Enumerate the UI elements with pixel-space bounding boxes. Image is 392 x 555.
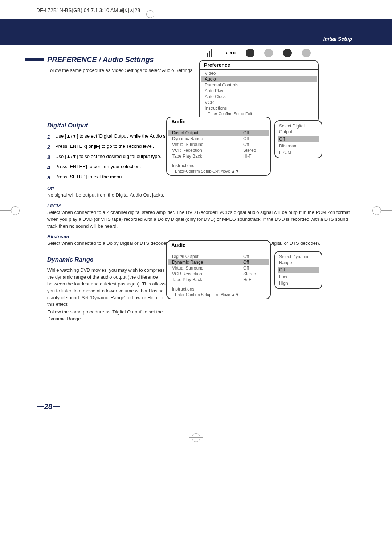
registration-mark-top [144, 0, 155, 22]
menu-item-audio: Audio [201, 76, 317, 82]
side-title: Select Digital Output [276, 123, 320, 135]
icon-strip: ● REC [199, 48, 319, 58]
audio2-row-vcr: VCR ReceptionStereo [168, 271, 269, 277]
dynamic-body-1: While watching DVD movies, you may wish … [47, 267, 167, 308]
step-num: 3 [47, 153, 55, 161]
menu-footer-1: Enter-Confirm Setup-Exit [201, 111, 317, 116]
opt-lpcm: LPCM [276, 149, 320, 156]
audio-menu-2: Audio Digital OutputOff Dynamic RangeOff… [166, 240, 271, 299]
opt2-off: Off [278, 267, 319, 273]
audio2-instr: Instructions [168, 286, 269, 292]
menu-item-autoplay: Auto Play [201, 88, 317, 94]
step-text: Press [ENTER] to confirm your selection. [55, 163, 141, 171]
rec-icon: ● REC [226, 51, 236, 55]
step-text: Use [▲/▼] to select the desired digital … [55, 153, 161, 161]
lpcm-body: Select when connected to a 2 channel dig… [47, 209, 356, 230]
opt2-high: High [276, 280, 320, 287]
bars-icon [207, 49, 216, 57]
step-text: Press [ENTER] or [▶] to go to the second… [55, 143, 154, 151]
audio-footer: Enter-Confirm Setup-Exit Move ▲▼ [168, 169, 269, 174]
audio-row-virtual: Virtual SurroundOff [168, 142, 269, 147]
step-num: 1 [47, 133, 55, 141]
cycle-icon [302, 49, 311, 57]
page-header: DF-L72B1N-BS(GB) 04.7.1 3:10 AM 페이지28 [0, 0, 392, 14]
side-title-2: Select Dynamic Range [276, 254, 320, 266]
breadcrumb: Initial Setup [323, 36, 352, 42]
globe-icon [246, 49, 254, 57]
step-num: 2 [47, 143, 55, 151]
audio2-row-dynamic: Dynamic RangeOff [168, 259, 269, 265]
step-num: 5 [47, 174, 55, 181]
off-body: No signal will be output from the Digita… [47, 192, 356, 199]
menu-item-parental: Parental Controls [201, 82, 317, 88]
audio-menu-1: Audio Digital OutputOff Dynamic RangeOff… [166, 117, 271, 176]
dynamic-range-options: Select Dynamic Range Off Low High [274, 251, 322, 289]
digital-output-options: Select Digital Output Off Bitstream LPCM [274, 120, 322, 158]
dynamic-body-2: Follow the same procedure as 'Digital Ou… [47, 309, 167, 323]
bitstream-heading: Bitstream [47, 234, 356, 239]
registration-mark-bottom [189, 430, 203, 445]
audio-row-dynamic: Dynamic RangeOff [168, 136, 269, 142]
audio-menu-title: Audio [167, 117, 270, 126]
audio2-row-digital: Digital OutputOff [168, 254, 269, 259]
preference-menu: Preference Video Audio Parental Controls… [199, 60, 319, 123]
disc-icon [283, 49, 292, 57]
clock-icon [264, 49, 273, 57]
opt2-low: Low [276, 274, 320, 280]
audio-row-digital: Digital OutputOff [168, 130, 269, 136]
audio-instr: Instructions [168, 163, 269, 169]
page-number: 28 [36, 402, 60, 411]
audio2-row-tape: Tape Play BackHi-Fi [168, 277, 269, 283]
preference-menu-title: Preference [200, 61, 318, 70]
audio2-footer: Enter-Confirm Setup-Exit Move ▲▼ [168, 292, 269, 297]
menu-item-vcr: VCR [201, 100, 317, 105]
step-num: 4 [47, 163, 55, 171]
audio-row-vcr: VCR ReceptionStereo [168, 147, 269, 153]
audio2-row-virtual: Virtual SurroundOff [168, 265, 269, 271]
audio-menu-title-2: Audio [167, 241, 270, 250]
menu-item-video: Video [201, 70, 317, 76]
blue-banner: Initial Setup [0, 19, 392, 45]
step-text: Press [SETUP] to exit the menu. [55, 174, 123, 181]
off-heading: Off [47, 186, 356, 191]
menu-item-instructions: Instructions [201, 105, 317, 111]
audio-row-tape: Tape Play BackHi-Fi [168, 153, 269, 159]
opt-off: Off [278, 136, 319, 142]
lpcm-heading: LPCM [47, 203, 356, 208]
opt-bitstream: Bitstream [276, 143, 320, 149]
menu-item-autoclock: Auto Clock [201, 94, 317, 100]
title-bar-icon [25, 58, 44, 61]
